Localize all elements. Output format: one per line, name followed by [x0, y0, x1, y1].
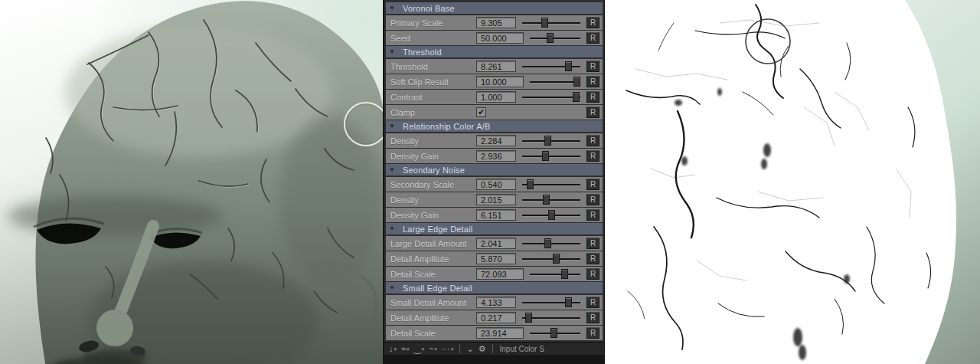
dotted-falloff-icon[interactable]: ⋯▾: [442, 343, 454, 354]
arrow-down-icon[interactable]: ↓▾: [389, 343, 397, 354]
reset-button[interactable]: R: [586, 61, 599, 72]
parameter-slider[interactable]: [521, 90, 582, 104]
dropdown-caret-icon[interactable]: ▾: [451, 345, 454, 354]
wave-falloff-icon[interactable]: ≈▾: [401, 343, 410, 354]
collapse-triangle-icon[interactable]: ▼: [386, 46, 398, 57]
parameter-value-field[interactable]: [476, 91, 516, 103]
parameter-value-field[interactable]: [476, 76, 524, 87]
reset-button[interactable]: R: [586, 17, 599, 28]
section-header[interactable]: ▼Threshold: [386, 46, 603, 57]
slider-track[interactable]: [530, 38, 580, 39]
reset-button[interactable]: R: [586, 32, 599, 44]
slider-handle[interactable]: [527, 179, 534, 189]
slider-handle[interactable]: [542, 151, 549, 161]
reset-button[interactable]: R: [586, 268, 599, 280]
slider-handle[interactable]: [550, 328, 557, 338]
parameter-value-field[interactable]: [476, 253, 516, 264]
parameter-value-field[interactable]: [476, 297, 516, 308]
dropdown-caret-icon[interactable]: ▾: [394, 345, 397, 354]
reset-button[interactable]: R: [586, 76, 599, 87]
reset-button[interactable]: R: [586, 312, 599, 323]
reset-button[interactable]: R: [586, 209, 599, 221]
reset-button[interactable]: R: [586, 179, 599, 190]
mirror-curve-icon[interactable]: ⌄: [466, 343, 473, 354]
parameter-value-field[interactable]: [476, 327, 524, 339]
slider-handle[interactable]: [544, 238, 551, 248]
slider-handle[interactable]: [565, 61, 572, 71]
reset-button[interactable]: R: [586, 327, 599, 339]
slider-track[interactable]: [522, 97, 580, 98]
collapse-triangle-icon[interactable]: ▼: [386, 223, 398, 234]
collapse-triangle-icon[interactable]: ▼: [386, 164, 398, 175]
parameter-value-field[interactable]: [476, 150, 516, 162]
reset-button[interactable]: R: [586, 194, 599, 205]
slider-track[interactable]: [522, 258, 580, 260]
parameter-slider[interactable]: [521, 133, 582, 148]
parameter-value-field[interactable]: [476, 179, 516, 190]
parameter-slider[interactable]: [521, 295, 582, 310]
parameter-slider[interactable]: [521, 251, 582, 266]
mask-viewport[interactable]: [605, 0, 980, 364]
sculpt-viewport[interactable]: [0, 0, 383, 364]
reset-button[interactable]: R: [586, 297, 599, 308]
parameter-slider[interactable]: [521, 59, 582, 74]
section-header[interactable]: ▼Seondary Noise: [386, 164, 603, 175]
slider-track[interactable]: [522, 243, 580, 244]
slider-handle[interactable]: [544, 136, 551, 146]
parameter-value-field[interactable]: [476, 209, 516, 221]
slider-track[interactable]: [522, 22, 580, 24]
parameter-slider[interactable]: [528, 267, 582, 281]
parameter-slider[interactable]: [521, 149, 582, 163]
section-header[interactable]: ▼Relationship Color A/B: [386, 120, 603, 132]
parameter-slider[interactable]: [521, 208, 582, 222]
slider-handle[interactable]: [543, 195, 550, 205]
slider-handle[interactable]: [561, 269, 568, 279]
parameter-slider[interactable]: [528, 31, 582, 45]
parameter-slider[interactable]: [521, 310, 582, 325]
dropdown-caret-icon[interactable]: ▾: [421, 345, 424, 354]
slider-handle[interactable]: [573, 77, 580, 87]
slider-handle[interactable]: [547, 33, 554, 43]
reset-button[interactable]: R: [586, 253, 599, 264]
parameter-value-field[interactable]: [476, 32, 524, 44]
slider-handle[interactable]: [541, 18, 548, 28]
parameter-slider[interactable]: [521, 192, 582, 207]
parameter-value-field[interactable]: [476, 268, 524, 280]
reset-button[interactable]: R: [586, 135, 599, 146]
slider-handle[interactable]: [525, 313, 532, 323]
parameter-value-field[interactable]: [476, 135, 516, 146]
dropdown-caret-icon[interactable]: ▾: [434, 345, 437, 354]
parameter-value-field[interactable]: [476, 238, 516, 249]
collapse-triangle-icon[interactable]: ▼: [386, 282, 398, 293]
parameter-slider[interactable]: [528, 326, 582, 340]
reset-button[interactable]: R: [586, 150, 599, 162]
slider-handle[interactable]: [573, 92, 580, 102]
squiggle-falloff-icon[interactable]: ~▾: [429, 343, 437, 354]
parameter-slider[interactable]: [521, 15, 582, 30]
reset-button[interactable]: R: [586, 238, 599, 249]
parameter-value-field[interactable]: [476, 17, 516, 28]
slider-track[interactable]: [522, 199, 580, 201]
reset-button[interactable]: R: [586, 107, 599, 118]
gear-icon[interactable]: ⚙: [479, 343, 486, 354]
collapse-triangle-icon[interactable]: ▼: [386, 2, 398, 14]
parameter-value-field[interactable]: [476, 312, 516, 323]
parameter-value-field[interactable]: [476, 194, 516, 205]
reset-button[interactable]: R: [586, 91, 599, 103]
clamp-checkbox[interactable]: ✔: [476, 107, 486, 117]
slider-handle[interactable]: [548, 210, 555, 220]
section-header[interactable]: ▼Voronoi Base: [386, 2, 603, 14]
slider-track[interactable]: [530, 274, 580, 275]
parameter-slider[interactable]: [528, 74, 582, 89]
collapse-triangle-icon[interactable]: ▼: [386, 120, 398, 132]
section-header[interactable]: ▼Large Edge Detail: [386, 223, 603, 234]
parameter-value-field[interactable]: [476, 61, 516, 72]
parameter-slider[interactable]: [521, 177, 582, 192]
dropdown-caret-icon[interactable]: ▾: [407, 345, 410, 354]
section-header[interactable]: ▼Small Edge Detail: [386, 282, 603, 293]
slider-handle[interactable]: [565, 297, 572, 307]
slider-track[interactable]: [522, 156, 580, 157]
curve-falloff-icon[interactable]: ‿▾: [414, 343, 424, 354]
parameter-slider[interactable]: [521, 236, 582, 251]
slider-handle[interactable]: [553, 254, 560, 264]
